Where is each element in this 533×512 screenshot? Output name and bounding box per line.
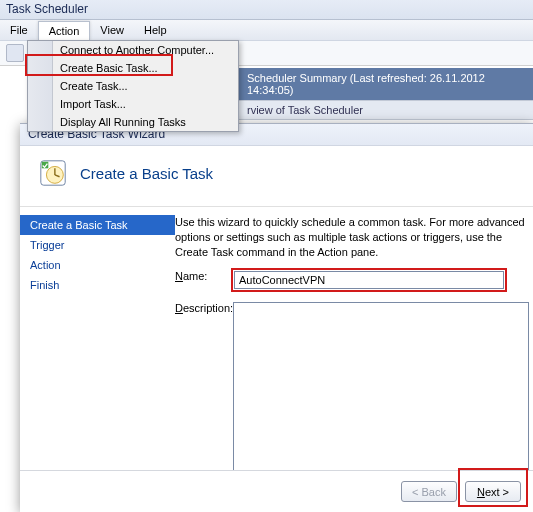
wizard-footer: < Back Next > bbox=[20, 470, 533, 512]
description-row: Description: bbox=[175, 302, 529, 470]
name-label-text: ame: bbox=[183, 270, 207, 282]
wizard-main: Use this wizard to quickly schedule a co… bbox=[175, 207, 533, 470]
menu-action[interactable]: Action bbox=[38, 21, 91, 40]
name-label: Name: bbox=[175, 270, 233, 282]
description-label: Description: bbox=[175, 302, 233, 314]
menu-import-task[interactable]: Import Task... bbox=[28, 95, 238, 113]
wizard-steps: Create a Basic Task Trigger Action Finis… bbox=[20, 207, 175, 470]
name-input[interactable] bbox=[234, 271, 504, 289]
wizard-icon bbox=[38, 158, 68, 188]
menu-display-running-tasks[interactable]: Display All Running Tasks bbox=[28, 113, 238, 131]
scheduler-summary-text: Scheduler Summary (Last refreshed: 26.11… bbox=[247, 72, 485, 96]
annotation-highlight-name bbox=[231, 268, 507, 292]
name-row: Name: bbox=[175, 270, 529, 292]
wizard-body: Create a Basic Task Trigger Action Finis… bbox=[20, 207, 533, 470]
create-basic-task-wizard: Create Basic Task Wizard Create a Basic … bbox=[20, 123, 533, 512]
step-action[interactable]: Action bbox=[20, 255, 175, 275]
back-button: < Back bbox=[401, 481, 457, 502]
step-finish[interactable]: Finish bbox=[20, 275, 175, 295]
menu-create-basic-task[interactable]: Create Basic Task... bbox=[28, 59, 238, 77]
description-input[interactable] bbox=[233, 302, 529, 470]
wizard-header-title: Create a Basic Task bbox=[80, 165, 213, 182]
window-title: Task Scheduler bbox=[0, 0, 533, 20]
tree-node-icon bbox=[6, 44, 24, 62]
step-create-basic-task[interactable]: Create a Basic Task bbox=[20, 215, 175, 235]
action-menu-dropdown: Connect to Another Computer... Create Ba… bbox=[27, 40, 239, 132]
wizard-intro-text: Use this wizard to quickly schedule a co… bbox=[175, 215, 529, 260]
menu-file[interactable]: File bbox=[0, 21, 38, 39]
scheduler-summary-bar: Scheduler Summary (Last refreshed: 26.11… bbox=[237, 68, 533, 100]
step-trigger[interactable]: Trigger bbox=[20, 235, 175, 255]
menubar: File Action View Help bbox=[0, 20, 533, 41]
overview-section-text: rview of Task Scheduler bbox=[247, 104, 363, 116]
menu-view[interactable]: View bbox=[90, 21, 134, 39]
menu-connect-another-computer[interactable]: Connect to Another Computer... bbox=[28, 41, 238, 59]
menu-help[interactable]: Help bbox=[134, 21, 177, 39]
description-label-text: escription: bbox=[183, 302, 233, 314]
wizard-header: Create a Basic Task bbox=[20, 146, 533, 207]
app-title: Task Scheduler bbox=[6, 2, 88, 16]
overview-section-head: rview of Task Scheduler bbox=[237, 100, 533, 120]
menu-create-task[interactable]: Create Task... bbox=[28, 77, 238, 95]
next-button[interactable]: Next > bbox=[465, 481, 521, 502]
